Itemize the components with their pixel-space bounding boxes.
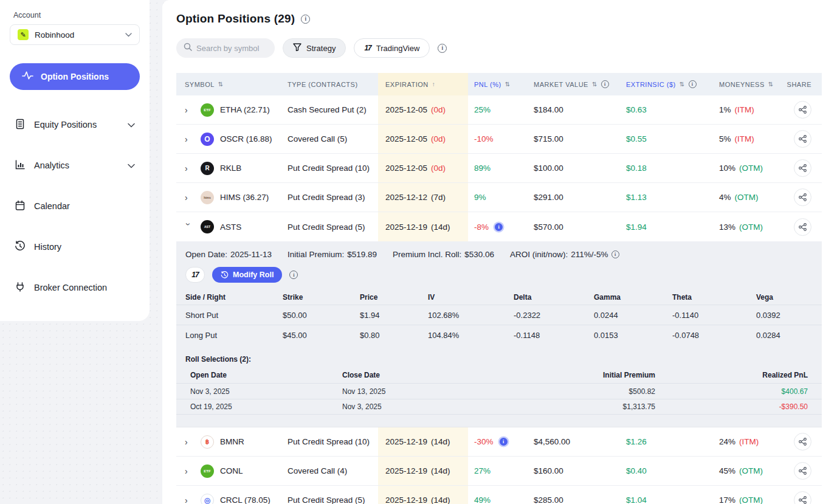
share-button[interactable] [794, 462, 811, 480]
itm-tag: (ITM) [735, 105, 754, 114]
share-button[interactable] [794, 433, 811, 450]
roll-selection-row: Oct 19, 2025Nov 3, 2025$1,313.75-$390.50 [176, 399, 822, 415]
sort-asc-icon[interactable]: ↑ [432, 81, 436, 88]
share-button[interactable] [794, 101, 811, 119]
aroi-summary: AROI (init/now):211%/-5%i [510, 250, 619, 259]
sidebar-item-option-positions[interactable]: Option Positions [10, 63, 140, 90]
col-market-value[interactable]: MARKET VALUE⇅i [528, 73, 620, 95]
table-row[interactable]: ›◎CRCL (78.05) Put Credit Spread (5) 202… [176, 486, 822, 504]
table-row[interactable]: ›ETFCONL Covered Call (4) 2025-12-19(14d… [176, 457, 822, 486]
info-icon[interactable]: i [611, 250, 619, 258]
pnl-cell: 27% [468, 457, 528, 485]
table-row-expanded[interactable]: ›ASTASTS Put Credit Spread (5) 2025-12-1… [176, 212, 822, 241]
table-row[interactable]: ›RRKLB Put Credit Spread (10) 2025-12-05… [176, 154, 822, 183]
itm-tag: (ITM) [739, 437, 759, 446]
type-cell: Put Credit Spread (3) [288, 183, 378, 212]
info-icon[interactable]: i [301, 15, 310, 24]
type-cell: Covered Call (4) [288, 457, 378, 485]
pnl-info-badge-icon[interactable]: i [495, 223, 503, 231]
type-cell: Put Credit Spread (10) [288, 427, 378, 456]
table-row[interactable]: ›OOSCR (16.88) Covered Call (5) 2025-12-… [176, 125, 822, 154]
account-label: Account [13, 11, 150, 19]
table-row[interactable]: ›himsHIMS (36.27) Put Credit Spread (3) … [176, 183, 822, 212]
otm-tag: (OTM) [735, 193, 759, 202]
sort-icon[interactable]: ⇅ [592, 81, 597, 88]
info-icon[interactable]: i [601, 80, 609, 88]
col-expiration[interactable]: EXPIRATION↑ [378, 73, 468, 95]
col-pnl[interactable]: PNL (%)⇅ [468, 73, 528, 95]
chevron-right-icon[interactable]: › [185, 466, 201, 476]
account-select[interactable]: ✎ Robinhood [10, 24, 140, 45]
market-value-cell: $291.00 [528, 183, 620, 212]
strategy-label: Strategy [306, 44, 336, 53]
leg-row: Long Put$45.00$0.80104.84%-0.11480.0153-… [176, 325, 822, 345]
account-name: Robinhood [35, 30, 119, 40]
bmnr-logo-icon: ฿ [201, 435, 214, 449]
tradingview-button[interactable]: 17 TradingView [354, 38, 430, 58]
col-moneyness[interactable]: MONEYNESS⇅ [713, 73, 785, 95]
moneyness-cell: 5%(ITM) [713, 125, 785, 153]
sidebar-item-analytics[interactable]: Analytics [10, 159, 140, 171]
sidebar-item-calendar[interactable]: Calendar [10, 200, 140, 212]
share-button[interactable] [794, 130, 811, 148]
sort-icon[interactable]: ⇅ [768, 81, 774, 88]
realized-pnl: -$390.50 [655, 402, 808, 411]
search-box[interactable] [176, 38, 275, 58]
otm-tag: (OTM) [739, 223, 763, 232]
table-row[interactable]: ›฿BMNR Put Credit Spread (10) 2025-12-19… [176, 427, 822, 457]
col-symbol[interactable]: SYMBOL⇅ [176, 73, 288, 95]
roll-selections-header: Open DateClose DateInitial PremiumRealiz… [176, 367, 822, 383]
chevron-right-icon[interactable]: › [185, 134, 201, 144]
sidebar-item-history[interactable]: History [10, 241, 140, 253]
info-icon[interactable]: i [689, 80, 697, 88]
sidebar-item-equity-positions[interactable]: Equity Positions [10, 119, 140, 131]
strategy-button[interactable]: Strategy [283, 38, 346, 58]
info-icon[interactable]: i [289, 271, 298, 279]
search-input[interactable] [196, 44, 266, 53]
dte-label: (0d) [431, 134, 446, 143]
col-share: SHARE [785, 73, 822, 95]
sort-icon[interactable]: ⇅ [505, 81, 511, 88]
chevron-right-icon[interactable]: › [185, 495, 201, 504]
moneyness-cell: 17%(OTM) [713, 486, 785, 504]
chevron-right-icon[interactable]: › [185, 105, 201, 115]
initial-premium-summary: Initial Premium:$519.89 [288, 250, 377, 259]
expanded-position-panel: Open Date:2025-11-13 Initial Premium:$51… [176, 241, 822, 427]
open-date-summary: Open Date:2025-11-13 [185, 250, 272, 259]
main-content: Option Positions (29) i Strategy 17 Trad… [162, 0, 823, 504]
modify-roll-button[interactable]: Modify Roll [212, 267, 282, 283]
robinhood-icon: ✎ [18, 29, 29, 40]
pnl-cell: 25% [468, 95, 528, 124]
chevron-down-icon [128, 120, 135, 129]
extrinsic-cell: $1.94 [620, 212, 713, 241]
share-button[interactable] [794, 218, 811, 236]
info-icon[interactable]: i [438, 44, 447, 53]
share-button[interactable] [794, 491, 811, 504]
pnl-info-badge-icon[interactable]: i [500, 438, 508, 446]
table-row[interactable]: ›ETFETHA (22.71) Cash Secured Put (2) 20… [176, 95, 822, 125]
share-button[interactable] [794, 188, 811, 206]
col-extrinsic[interactable]: EXTRINSIC ($)⇅i [620, 73, 713, 95]
premium-incl-roll-summary: Premium Incl. Roll:$530.06 [393, 250, 494, 259]
sort-icon[interactable]: ⇅ [680, 81, 685, 88]
etha-logo-icon: ETF [201, 103, 214, 117]
pnl-cell: 9% [468, 183, 528, 212]
chevron-right-icon[interactable]: › [185, 164, 201, 173]
sort-icon[interactable]: ⇅ [218, 81, 224, 88]
sidebar-item-broker-connection[interactable]: Broker Connection [10, 281, 140, 294]
tradingview-mini-button[interactable]: 17 [185, 267, 205, 283]
chevron-right-icon[interactable]: › [185, 437, 201, 447]
history-clock-icon [221, 271, 229, 279]
sidebar-item-label: Analytics [34, 161, 119, 170]
chevron-right-icon[interactable]: › [185, 193, 201, 202]
sidebar-item-label: Broker Connection [34, 283, 135, 292]
sidebar-item-label: Calendar [34, 201, 135, 211]
expiration-cell: 2025-12-05(0d) [378, 154, 468, 182]
bar-chart-icon [15, 159, 26, 172]
share-button[interactable] [794, 159, 811, 177]
extrinsic-cell: $1.26 [620, 427, 713, 456]
oscr-logo-icon: O [201, 133, 214, 146]
expiration-cell: 2025-12-19(14d) [378, 486, 468, 504]
hims-logo-icon: hims [201, 191, 214, 204]
chevron-down-icon[interactable]: › [184, 223, 193, 233]
